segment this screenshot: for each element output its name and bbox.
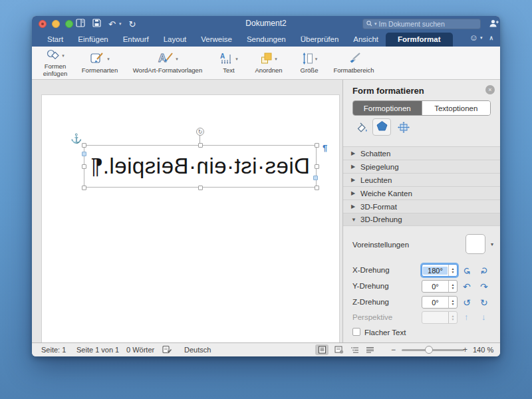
selection-handle-blue-left[interactable] — [82, 152, 86, 156]
sidebar-toggle-icon[interactable] — [76, 19, 85, 29]
shape-styles-button[interactable]: ▾ Formenarten — [76, 48, 123, 79]
svg-text:A: A — [158, 52, 166, 65]
y-rotate-up-icon[interactable]: ↶ — [463, 282, 471, 291]
z-rotate-cw-icon[interactable]: ↻ — [480, 298, 488, 307]
effects-tab-selected[interactable] — [372, 118, 391, 136]
z-rotation-stepper[interactable]: ▲▼ — [448, 297, 457, 308]
selection-handle-top-left[interactable] — [82, 143, 86, 148]
x-rotation-label: X-Drehung — [352, 266, 390, 274]
zoom-slider-thumb[interactable] — [425, 346, 433, 354]
share-person-icon[interactable] — [489, 19, 499, 31]
section-label: Leuchten — [360, 176, 392, 184]
section-leuchten[interactable]: ▶Leuchten — [343, 173, 500, 186]
selection-handle-blue-right[interactable] — [313, 176, 318, 180]
panel-title: Form formatieren — [352, 86, 424, 96]
mirrored-text[interactable]: Dies·ist·ein·Beispiel.¶ — [84, 146, 316, 187]
feedback-smiley-icon[interactable]: ☺ — [469, 33, 478, 43]
document-page[interactable] — [41, 94, 340, 342]
perspective-up-icon[interactable]: ↑ — [464, 313, 472, 321]
format-pane-button[interactable]: Formatbereich — [329, 48, 379, 79]
ribbon-button-label: Anordnen — [255, 67, 282, 74]
status-page[interactable]: Seite: 1 — [41, 346, 66, 354]
arrange-icon — [260, 52, 273, 66]
section-weiche-kanten[interactable]: ▶Weiche Kanten — [343, 186, 500, 200]
x-rotation-stepper[interactable]: ▲▼ — [448, 265, 457, 276]
titlebar[interactable]: ↶ ▾ ↻ Dokument2 ▾ Im Dokument suchen — [32, 16, 500, 32]
section-spiegelung[interactable]: ▶Spiegelung — [343, 160, 500, 173]
search-input[interactable]: ▾ Im Dokument suchen — [362, 19, 481, 29]
selection-handle-top-right[interactable] — [315, 143, 319, 148]
tab-sendungen[interactable]: Sendungen — [239, 33, 293, 47]
y-rotation-stepper[interactable]: ▲▼ — [448, 281, 457, 292]
size-button[interactable]: ▾ Größe — [292, 48, 327, 79]
tab-textoptionen[interactable]: Textoptionen — [422, 101, 491, 115]
zoom-in-icon[interactable]: + — [463, 345, 467, 354]
ribbon-button-label: Größe — [301, 67, 319, 74]
document-area[interactable]: ⚓ ↻ Dies·ist·ein·Beispiel.¶ ¶ — [32, 80, 342, 342]
selection-handle-top-center[interactable] — [198, 143, 203, 148]
undo-icon[interactable]: ↶ — [108, 20, 116, 29]
tab-formoptionen[interactable]: Formoptionen — [353, 101, 422, 115]
selection-handle-bottom-left[interactable] — [82, 186, 86, 190]
close-glyph: × — [488, 86, 491, 93]
insert-shapes-button[interactable]: ▾ Formen einfügen — [36, 48, 74, 79]
close-window-button[interactable] — [39, 20, 47, 28]
panel-close-icon[interactable]: × — [485, 85, 495, 94]
ribbon-button-label: Text — [223, 67, 234, 74]
selected-textbox[interactable]: Dies·ist·ein·Beispiel.¶ — [84, 145, 317, 188]
selection-handle-middle-left[interactable] — [82, 164, 86, 169]
tab-ansicht[interactable]: Ansicht — [346, 33, 386, 47]
spellcheck-icon[interactable] — [162, 345, 172, 355]
draft-view-button[interactable] — [363, 344, 376, 355]
zoom-percentage[interactable]: 140 % — [473, 346, 493, 354]
selection-handle-bottom-center[interactable] — [198, 186, 203, 190]
wordart-icon: A — [157, 51, 174, 67]
section-3d-format[interactable]: ▶3D-Format — [343, 200, 500, 213]
tab-entwurf[interactable]: Entwurf — [116, 33, 156, 47]
tab-layout[interactable]: Layout — [156, 33, 194, 47]
outline-view-button[interactable] — [348, 344, 362, 355]
x-rotation-input[interactable]: 180° ▲▼ — [422, 264, 458, 277]
rotation-handle[interactable]: ↻ — [196, 128, 204, 136]
status-language[interactable]: Deutsch — [184, 346, 211, 354]
selection-handle-middle-right[interactable] — [315, 164, 319, 169]
wordart-styles-button[interactable]: A ▾ WordArt-Formatvorlagen — [125, 48, 210, 79]
panel-tab-switcher: Formoptionen Textoptionen — [352, 100, 491, 116]
status-word-count[interactable]: 0 Wörter — [126, 346, 154, 354]
flat-text-checkbox[interactable] — [352, 328, 360, 336]
redo-icon[interactable]: ↻ — [128, 20, 136, 29]
minimize-window-button[interactable] — [52, 20, 60, 28]
tab-einfuegen[interactable]: Einfügen — [70, 33, 115, 47]
presets-dropdown[interactable]: ▾ — [464, 233, 495, 257]
tab-verweise[interactable]: Verweise — [194, 33, 239, 47]
tab-formformat[interactable]: Formformat — [386, 33, 453, 47]
z-rotate-ccw-icon[interactable]: ↺ — [463, 298, 471, 307]
x-rotate-left-icon[interactable]: ↺ — [462, 267, 471, 275]
y-rotate-down-icon[interactable]: ↷ — [480, 282, 488, 291]
zoom-out-icon[interactable]: − — [391, 345, 396, 354]
text-direction-button[interactable]: A ▾ Text — [212, 48, 245, 79]
status-page-of[interactable]: Seite 1 von 1 — [76, 346, 119, 354]
tab-start[interactable]: Start — [40, 33, 70, 47]
section-schatten[interactable]: ▶Schatten — [343, 146, 500, 160]
web-layout-view-button[interactable] — [332, 344, 346, 355]
tab-ueberpruefen[interactable]: Überprüfen — [293, 33, 346, 47]
dropdown-caret-icon: ▾ — [315, 57, 318, 62]
section-3d-drehung[interactable]: ▼3D-Drehung — [343, 213, 500, 226]
save-icon[interactable] — [92, 19, 101, 29]
z-rotation-input[interactable]: 0° ▲▼ — [422, 296, 458, 309]
fill-line-icon[interactable] — [355, 122, 368, 136]
selection-handle-bottom-right[interactable] — [315, 186, 319, 190]
x-rotate-right-icon[interactable]: ↻ — [479, 267, 489, 275]
zoom-slider-track[interactable] — [402, 349, 464, 351]
arrange-button[interactable]: ▾ Anordnen — [247, 48, 290, 79]
perspective-down-icon[interactable]: ↓ — [481, 313, 489, 321]
perspective-input: ▲▼ — [422, 311, 458, 324]
y-rotation-input[interactable]: 0° ▲▼ — [422, 280, 458, 293]
layout-properties-icon[interactable] — [398, 122, 410, 136]
perspective-label: Perspektive — [352, 313, 392, 321]
zoom-window-button[interactable] — [65, 20, 73, 28]
print-layout-view-button[interactable] — [315, 344, 329, 355]
collapse-ribbon-icon[interactable]: ∧ — [489, 35, 493, 41]
undo-dropdown-caret[interactable]: ▾ — [119, 21, 122, 27]
